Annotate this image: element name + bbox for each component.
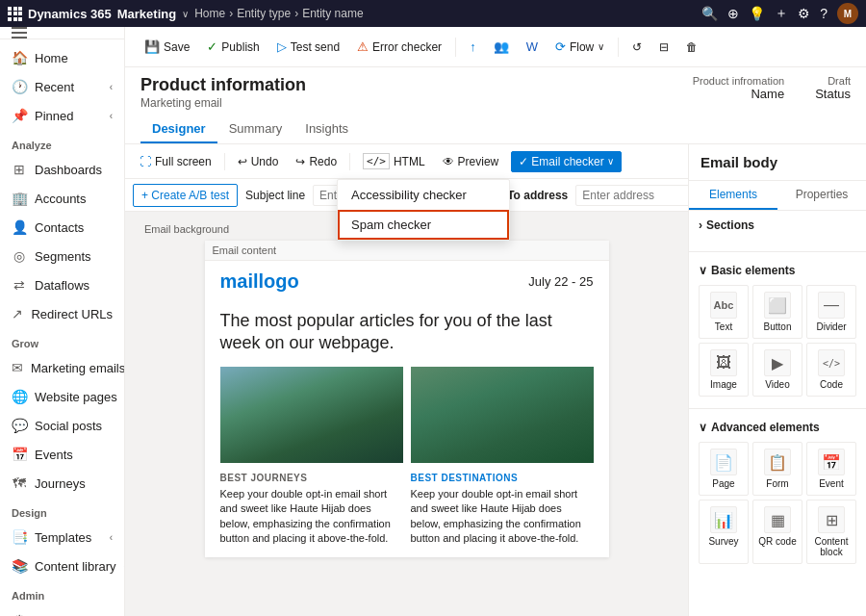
sections-header[interactable]: › Sections [699,218,856,232]
checker-icon: ✓ [519,155,528,168]
app-grid-icon[interactable] [8,7,22,21]
element-text[interactable]: Abc Text [699,285,749,339]
undo-button[interactable]: ↩ Undo [231,152,286,171]
card2-label: BEST DESTINATIONS [411,473,594,483]
sidebar-item-dashboards[interactable]: ⊞ Dashboards [0,155,124,184]
spam-checker-item[interactable]: Spam checker [338,210,509,240]
sidebar-item-contacts[interactable]: 👤 Contacts [0,213,124,242]
delete-button[interactable]: 🗑 [678,37,705,58]
sidebar-item-accounts[interactable]: 🏢 Accounts [0,184,124,213]
add-icon[interactable]: ＋ [775,5,788,22]
email-image-1 [220,367,403,463]
top-nav: Dynamics 365 Marketing ∨ Home › Entity t… [0,0,866,27]
refresh-icon: ↺ [632,40,642,54]
sidebar-item-journeys[interactable]: 🗺 Journeys [0,469,124,498]
table-button[interactable]: ⊟ [651,37,676,58]
tab-summary[interactable]: Summary [217,116,294,143]
publish-button[interactable]: ✓ Publish [199,36,267,58]
hamburger-menu[interactable] [12,27,27,38]
share-button[interactable]: ↑ [462,36,484,58]
element-video[interactable]: ▶ Video [752,343,802,397]
sidebar-section-design: Design [0,498,124,523]
sidebar-recent-label: Recent [35,80,102,94]
sidebar-dataflows-label: Dataflows [35,278,113,293]
sidebar-item-settings[interactable]: ⚙ Settings [0,605,124,616]
rp-tab-elements[interactable]: Elements [689,181,777,210]
pin-icon: 📌 [12,108,27,123]
user-avatar[interactable]: M [837,3,858,24]
accessibility-checker-item[interactable]: Accessibility checker [338,180,509,210]
tab-insights[interactable]: Insights [293,116,360,143]
sidebar-item-events[interactable]: 📅 Events [0,440,124,469]
email-image-2 [411,367,594,463]
sidebar-item-dataflows[interactable]: ⇄ Dataflows [0,270,124,299]
gear-icon[interactable]: ⚙ [798,6,810,21]
flow-button[interactable]: ⟳ Flow ∨ [548,36,612,58]
advanced-elements-header[interactable]: ∨ Advanced elements [699,421,856,434]
page-title: Product information [140,75,306,95]
sidebar-item-redirect-urls[interactable]: ↗ Redirect URLs [0,299,124,328]
sidebar-item-segments[interactable]: ◎ Segments [0,242,124,270]
sidebar-item-website-pages[interactable]: 🌐 Website pages ‹ [0,382,124,411]
email-headline: The most popular articles for you of the… [205,302,609,367]
email-checker-dropdown-btn[interactable]: ✓ Email checker ∨ [511,151,621,172]
preview-button[interactable]: 👁 Preview [436,152,506,171]
dataflows-icon: ⇄ [12,277,27,293]
email-content-box: Email content maillogo July 22 - 25 The … [205,241,609,557]
tab-designer[interactable]: Designer [140,116,217,143]
sidebar-section-admin: Admin [0,580,124,605]
sidebar: 🏠 Home 🕐 Recent ‹ 📌 Pinned ‹ Analyze ⊞ D… [0,27,125,616]
element-page[interactable]: 📄 Page [699,442,749,496]
error-checker-button[interactable]: ⚠ Error checker [349,36,449,58]
sidebar-item-templates[interactable]: 📑 Templates ‹ [0,523,124,552]
element-event[interactable]: 📅 Event [806,442,856,496]
help-icon[interactable]: ? [820,6,828,21]
test-send-icon: ▷ [277,39,287,54]
sidebar-item-home[interactable]: 🏠 Home [0,43,124,72]
refresh-button[interactable]: ↺ [624,37,650,58]
undo-icon: ↩ [238,155,247,168]
element-form[interactable]: 📋 Form [752,442,802,496]
sidebar-website-pages-label: Website pages [35,390,117,404]
settings-check-icon[interactable]: ⊕ [727,6,739,21]
sidebar-journeys-label: Journeys [35,476,113,491]
save-button[interactable]: 💾 Save [137,36,197,58]
to-address-input[interactable] [575,185,688,206]
rp-tab-properties[interactable]: Properties [777,181,866,210]
qr-code-label: QR code [758,536,796,547]
ab-test-button[interactable]: + Create A/B test [133,184,238,207]
breadcrumb-entity-name[interactable]: Entity name [302,7,363,20]
sidebar-item-social-posts[interactable]: 💬 Social posts [0,411,124,440]
survey-label: Survey [708,536,738,547]
sidebar-item-marketing-emails[interactable]: ✉ Marketing emails [0,353,124,382]
element-button[interactable]: ⬜ Button [752,285,802,339]
test-send-button[interactable]: ▷ Test send [269,36,347,58]
breadcrumb-home[interactable]: Home [194,7,225,20]
sidebar-header[interactable] [0,27,124,39]
html-button[interactable]: </> HTML [356,150,432,172]
sidebar-social-posts-label: Social posts [35,419,113,433]
basic-elements-header[interactable]: ∨ Basic elements [699,264,856,277]
sidebar-contacts-label: Contacts [35,220,113,235]
sidebar-item-recent[interactable]: 🕐 Recent ‹ [0,72,124,101]
sidebar-item-content-library[interactable]: 📚 Content library ‹ [0,552,124,580]
element-code[interactable]: </> Code [806,343,856,397]
redo-button[interactable]: ↪ Redo [289,152,344,171]
breadcrumb-entity-type[interactable]: Entity type [237,7,291,20]
advanced-chevron: ∨ [699,421,707,434]
element-survey[interactable]: 📊 Survey [699,500,749,564]
full-screen-button[interactable]: ⛶ Full screen [133,152,218,171]
page-header: Product information Marketing email Prod… [125,67,866,144]
sidebar-item-pinned[interactable]: 📌 Pinned ‹ [0,101,124,130]
rp-divider2 [689,408,866,409]
element-divider[interactable]: — Divider [806,285,856,339]
lightbulb-icon[interactable]: 💡 [749,6,765,21]
word-button[interactable]: W [519,36,546,58]
element-image[interactable]: 🖼 Image [699,343,749,397]
main-toolbar: 💾 Save ✓ Publish ▷ Test send ⚠ Error che… [125,27,866,67]
contact-button[interactable]: 👥 [486,36,517,58]
element-content-block[interactable]: ⊞ Content block [806,500,856,564]
search-icon[interactable]: 🔍 [701,6,718,21]
email-canvas: Email background Email content maillogo … [125,212,688,616]
element-qr-code[interactable]: ▦ QR code [752,500,802,564]
